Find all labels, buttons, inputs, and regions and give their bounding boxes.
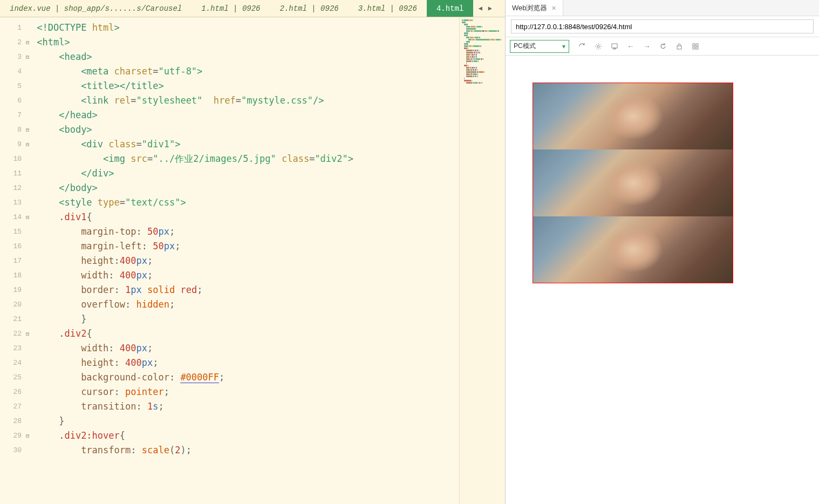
browser-tab-title: Web浏览器: [512, 3, 548, 13]
minimap[interactable]: [459, 17, 505, 504]
line-number: 29: [0, 428, 24, 443]
code-line: margin-top: 50px;: [31, 224, 459, 239]
line-number: 18: [0, 268, 24, 283]
close-icon[interactable]: ×: [552, 4, 556, 12]
code-line: <div class="div1">: [31, 137, 459, 152]
code-line: margin-left: 50px;: [31, 239, 459, 254]
code-line: <html>: [31, 35, 459, 50]
fold-marker[interactable]: ⊟: [24, 35, 31, 50]
browser-content[interactable]: [506, 56, 819, 504]
lock-icon[interactable]: [675, 42, 684, 51]
tab-3-html[interactable]: 3.html | 0926: [349, 0, 427, 17]
code-line: transform: scale(2);: [31, 443, 459, 458]
grid-icon[interactable]: [691, 42, 700, 51]
fold-marker: [24, 283, 31, 297]
tab-prev-icon[interactable]: ◀: [476, 5, 484, 12]
editor-pane: index.vue | shop_app/s......s/Carousel 1…: [0, 0, 505, 504]
fold-marker[interactable]: ⊟: [24, 122, 31, 137]
code-line: border: 1px solid red;: [31, 283, 459, 297]
fold-marker: [24, 93, 31, 108]
code-line: <title></title>: [31, 79, 459, 93]
line-number: 20: [0, 297, 24, 312]
fold-marker: [24, 64, 31, 79]
code-line: <img src="../作业2/images/5.jpg" class="di…: [31, 152, 459, 166]
svg-rect-5: [696, 44, 698, 46]
fold-marker: [24, 297, 31, 312]
line-number: 17: [0, 254, 24, 268]
preview-image-3: [533, 216, 733, 283]
preview-image-2: [533, 149, 733, 216]
mode-select[interactable]: PC模式: [510, 40, 569, 53]
forward-icon[interactable]: →: [643, 42, 651, 51]
tab-index-vue[interactable]: index.vue | shop_app/s......s/Carousel: [0, 0, 192, 17]
line-number: 4: [0, 64, 24, 79]
line-number: 14: [0, 210, 24, 224]
refresh-icon[interactable]: [578, 42, 586, 51]
preview-image-1: [533, 83, 733, 149]
line-number: 16: [0, 239, 24, 254]
fold-marker: [24, 239, 31, 254]
code-line: <head>: [31, 50, 459, 64]
fold-marker[interactable]: ⊟: [24, 137, 31, 152]
fold-marker: [24, 108, 31, 122]
code-line: <meta charset="utf-8">: [31, 64, 459, 79]
editor-body: 1234567891011121314151617181920212223242…: [0, 17, 505, 504]
line-number: 3: [0, 50, 24, 64]
line-number: 5: [0, 79, 24, 93]
code-area[interactable]: <!DOCTYPE html> <html> <head> <meta char…: [31, 17, 459, 504]
svg-rect-1: [612, 44, 617, 48]
code-line: width: 400px;: [31, 341, 459, 356]
fold-marker: [24, 341, 31, 356]
code-line: width: 400px;: [31, 268, 459, 283]
fold-marker: [24, 356, 31, 370]
reload-icon[interactable]: [659, 42, 667, 51]
gear-icon[interactable]: [594, 42, 603, 51]
fold-marker[interactable]: ⊟: [24, 50, 31, 64]
code-line: </head>: [31, 108, 459, 122]
tab-2-html[interactable]: 2.html | 0926: [270, 0, 348, 17]
line-number: 1: [0, 21, 24, 35]
line-number: 8: [0, 122, 24, 137]
fold-marker[interactable]: ⊟: [24, 326, 31, 341]
code-line: overflow: hidden;: [31, 297, 459, 312]
line-number: 12: [0, 181, 24, 195]
tab-next-icon[interactable]: ▶: [486, 5, 494, 12]
line-number: 23: [0, 341, 24, 356]
browser-tabs: Web浏览器 ×: [506, 0, 819, 16]
code-line: transition: 1s;: [31, 399, 459, 414]
line-number: 6: [0, 93, 24, 108]
device-icon[interactable]: [610, 42, 619, 51]
line-number: 30: [0, 443, 24, 458]
fold-marker: [24, 312, 31, 326]
tab-4-html[interactable]: 4.html: [427, 0, 473, 17]
line-number: 24: [0, 356, 24, 370]
code-line: </div>: [31, 166, 459, 181]
fold-marker: [24, 370, 31, 385]
line-number: 2: [0, 35, 24, 50]
url-input[interactable]: [511, 19, 814, 33]
svg-point-0: [597, 45, 599, 47]
line-number: 27: [0, 399, 24, 414]
fold-marker[interactable]: ⊟: [24, 428, 31, 443]
fold-marker: [24, 254, 31, 268]
code-line: .div2:hover{: [31, 428, 459, 443]
browser-toolbar: PC模式 ← →: [506, 37, 819, 56]
fold-marker: [24, 166, 31, 181]
fold-marker[interactable]: ⊟: [24, 210, 31, 224]
code-line: <!DOCTYPE html>: [31, 21, 459, 35]
line-number: 11: [0, 166, 24, 181]
svg-rect-7: [696, 47, 698, 49]
code-line: height: 400px;: [31, 356, 459, 370]
code-line: .div2{: [31, 326, 459, 341]
code-line: background-color: #0000FF;: [31, 370, 459, 385]
tab-1-html[interactable]: 1.html | 0926: [192, 0, 270, 17]
fold-marker: [24, 152, 31, 166]
fold-marker: [24, 268, 31, 283]
code-line: <link rel="stylesheet" href="mystyle.css…: [31, 93, 459, 108]
back-icon[interactable]: ←: [626, 42, 635, 51]
code-line: }: [31, 312, 459, 326]
tab-nav: ◀ ▶: [473, 0, 497, 17]
line-number: 9: [0, 137, 24, 152]
browser-tab[interactable]: Web浏览器 ×: [506, 0, 563, 16]
fold-marker: [24, 443, 31, 458]
